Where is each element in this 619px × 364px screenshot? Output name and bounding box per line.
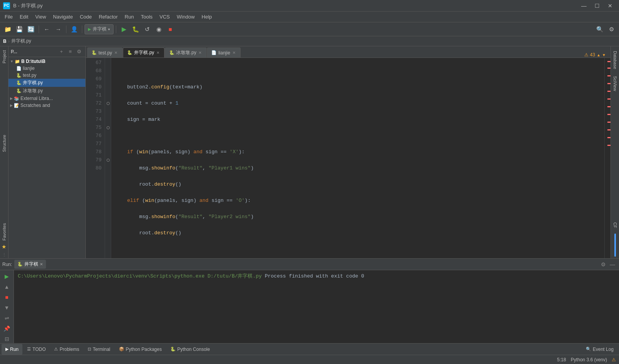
tab-test-py[interactable]: 🐍 test.py ✕ — [87, 47, 122, 58]
menu-edit[interactable]: Edit — [17, 12, 31, 21]
menu-vcs[interactable]: VCS — [156, 12, 173, 21]
bottom-tab-python-packages[interactable]: 📦 Python Packages — [115, 344, 166, 355]
run-collapse-button[interactable]: ⊟ — [2, 334, 12, 343]
close-button[interactable]: ✕ — [604, 2, 616, 10]
scratches-icon: 📝 — [14, 103, 19, 108]
user-button[interactable]: 👤 — [69, 24, 80, 35]
warning-indicator[interactable]: ⚠ 43 ▲ ▼ — [581, 52, 609, 58]
menu-code[interactable]: Code — [77, 12, 95, 21]
tab-lianjie-icon: 📄 — [211, 50, 217, 55]
minimize-button[interactable]: — — [578, 2, 590, 10]
menu-refactor[interactable]: Refactor — [96, 12, 121, 21]
run-config-label: 井字棋 — [93, 26, 107, 32]
bottom-tab-problems[interactable]: ⚠ Problems — [50, 344, 83, 355]
settings-panel-button[interactable]: ⚙ — [75, 48, 83, 56]
sync-button[interactable]: 🔄 — [25, 24, 36, 35]
bottom-tab-run[interactable]: ▶ Run — [2, 344, 22, 355]
tree-root-item[interactable]: ▼ 📁 B D:\tutu\B — [8, 58, 85, 65]
tab-bingdundun-close[interactable]: ✕ — [198, 50, 202, 55]
save-button[interactable]: 💾 — [14, 24, 25, 35]
gutter-73 — [105, 107, 111, 115]
sidebar-project-label[interactable]: Project — [1, 48, 7, 66]
sidebar-favorites-label[interactable]: Favorites — [1, 221, 7, 243]
scroll-markers[interactable] — [604, 58, 611, 258]
favorites-star-icon[interactable]: ★ — [2, 244, 7, 250]
right-sidebar-cf[interactable]: CF — [612, 219, 618, 231]
tree-item-bingziqie[interactable]: 🐍 井字棋.py — [8, 79, 85, 87]
forward-button[interactable]: → — [53, 24, 64, 35]
run-play-button[interactable]: ▶ — [2, 272, 12, 281]
settings-button[interactable]: ⚙ — [606, 24, 617, 35]
run-stop-button[interactable]: ■ — [2, 293, 12, 301]
run-tab-main[interactable]: 🐍 井字棋 ✕ — [14, 260, 46, 269]
run-content-area: ▶ ▲ ■ ▼ ⇌ 📌 ⊟ C:\Users\Lenovo\PycharmPro… — [0, 270, 619, 343]
tab-main-close[interactable]: ✕ — [156, 50, 160, 55]
run-settings-button[interactable]: ⚙ — [599, 260, 607, 269]
bottom-tab-python-console[interactable]: 🐍 Python Console — [166, 344, 214, 355]
run-config-button[interactable]: ▶ 井字棋 ▾ — [85, 24, 114, 34]
terminal-tab-label: Terminal — [93, 347, 110, 352]
tree-item-test[interactable]: 🐍 test.py — [8, 72, 85, 79]
right-sidebar-sciview[interactable]: SciView — [612, 73, 618, 94]
status-warning-icon: ⚠ — [612, 357, 616, 362]
stop-button[interactable]: ■ — [165, 24, 176, 35]
cursor-position[interactable]: 5:18 — [557, 357, 566, 362]
more-options-icon[interactable]: ⋮ — [2, 252, 6, 257]
tab-main-py[interactable]: 🐍 井字棋.py ✕ — [123, 47, 165, 58]
maximize-button[interactable]: ☐ — [591, 2, 603, 10]
line-num-77: 77 — [89, 140, 102, 148]
warning-chevron-down[interactable]: ▼ — [602, 53, 606, 57]
coverage-button[interactable]: ◉ — [153, 24, 164, 35]
breadcrumb-b[interactable]: B — [3, 39, 7, 44]
bottom-tab-terminal[interactable]: ⊡ Terminal — [84, 344, 114, 355]
bottom-tab-event-log[interactable]: 🔍 Event Log — [582, 344, 617, 355]
separator-3 — [82, 25, 82, 33]
tree-item-lianjie[interactable]: 📄 lianjie — [8, 65, 85, 72]
debug-button[interactable]: 🐛 — [130, 24, 141, 35]
tab-test-py-close[interactable]: ✕ — [114, 50, 118, 55]
sidebar-structure-label[interactable]: Structure — [1, 132, 7, 154]
tree-item-scratches[interactable]: ▶ 📝 Scratches and — [8, 102, 85, 109]
left-strip: Project Structure Favorites ★ ⋮ — [0, 46, 8, 258]
scroll-marker-7 — [607, 106, 611, 107]
tab-lianjie-label: lianjie — [218, 50, 230, 56]
menu-view[interactable]: View — [32, 12, 49, 21]
tab-lianjie-close[interactable]: ✕ — [232, 50, 236, 55]
menu-bar: File Edit View Navigate Code Refactor Ru… — [0, 12, 619, 22]
menu-tools[interactable]: Tools — [138, 12, 156, 21]
tree-item-external-libs[interactable]: ▶ 📚 External Libra... — [8, 95, 85, 102]
line-70-content: sign = mark — [115, 117, 160, 122]
run-minimize-button[interactable]: — — [608, 260, 617, 269]
breadcrumb-file[interactable]: 井字棋.py — [11, 38, 31, 44]
code-editor[interactable]: button2.config(text=mark) count = count … — [111, 58, 604, 258]
run-wrap-button[interactable]: ⇌ — [2, 313, 12, 322]
menu-window[interactable]: Window — [174, 12, 198, 21]
run-pin-button[interactable]: 📌 — [2, 324, 12, 333]
add-file-button[interactable]: + — [58, 48, 65, 56]
collapse-all-button[interactable]: ≡ — [66, 48, 74, 56]
warning-chevron-up[interactable]: ▲ — [597, 53, 600, 57]
menu-file[interactable]: File — [2, 12, 16, 21]
line-num-75: 75 — [89, 124, 102, 132]
breadcrumb: B › 井字棋.py — [0, 36, 619, 46]
back-button[interactable]: ← — [41, 24, 52, 35]
tab-lianjie[interactable]: 📄 lianjie ✕ — [207, 47, 241, 58]
open-file-button[interactable]: 📁 — [2, 24, 13, 35]
run-scroll-up-button[interactable]: ▲ — [2, 282, 12, 291]
line-72-content: if (win(panels, sign) and sign == 'X'): — [115, 149, 245, 155]
run-button[interactable]: ▶ — [119, 24, 129, 35]
search-button[interactable]: 🔍 — [594, 24, 605, 35]
python-version[interactable]: Python 3.6 (venv) — [571, 357, 607, 362]
menu-help[interactable]: Help — [198, 12, 215, 21]
scratches-expand-arrow: ▶ — [10, 103, 13, 107]
reload-button[interactable]: ↺ — [142, 24, 153, 35]
bottom-tab-todo[interactable]: ☰ TODO — [23, 344, 49, 355]
run-scroll-down-button[interactable]: ▼ — [2, 303, 12, 312]
tab-bingdundun-py[interactable]: 🐍 冰墩墩.py ✕ — [165, 47, 207, 58]
right-sidebar-database[interactable]: Database — [612, 48, 618, 72]
run-tab-close[interactable]: ✕ — [40, 262, 43, 266]
menu-run[interactable]: Run — [122, 12, 137, 21]
tree-item-bingdundun[interactable]: 🐍 冰墩墩.py — [8, 87, 85, 95]
menu-navigate[interactable]: Navigate — [50, 12, 76, 21]
scroll-marker-5 — [607, 91, 611, 92]
